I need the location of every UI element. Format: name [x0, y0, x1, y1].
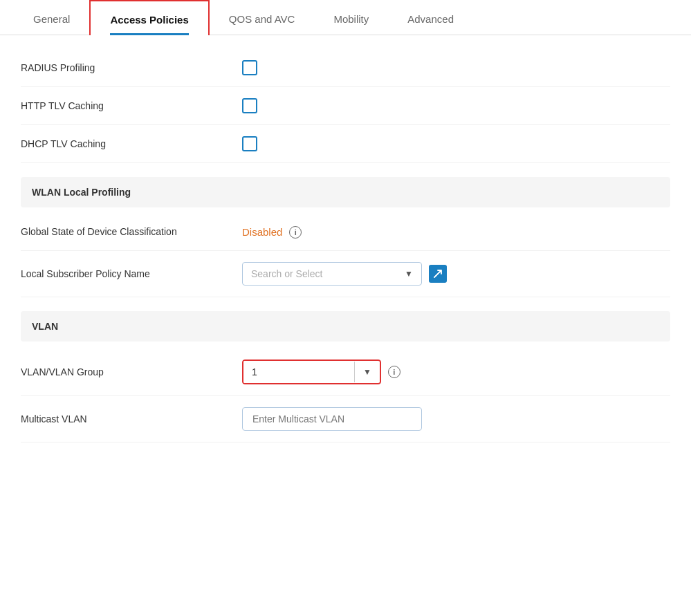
vlan-group-label: VLAN/VLAN Group — [21, 366, 242, 377]
radius-profiling-control — [242, 60, 670, 75]
local-subscriber-row: Local Subscriber Policy Name Search or S… — [21, 251, 670, 297]
tab-general[interactable]: General — [14, 1, 89, 35]
tab-mobility[interactable]: Mobility — [314, 1, 388, 35]
local-subscriber-label: Local Subscriber Policy Name — [21, 268, 242, 279]
multicast-vlan-label: Multicast VLAN — [21, 413, 242, 424]
tab-access-policies[interactable]: Access Policies — [89, 0, 209, 35]
http-tlv-caching-label: HTTP TLV Caching — [21, 100, 242, 111]
multicast-vlan-input[interactable] — [242, 407, 422, 431]
tab-qos-avc[interactable]: QOS and AVC — [210, 1, 315, 35]
vlan-group-dropdown-btn[interactable]: ▼ — [354, 362, 380, 382]
dhcp-tlv-caching-row: DHCP TLV Caching — [21, 125, 670, 163]
vlan-group-input[interactable] — [243, 361, 354, 383]
dhcp-tlv-caching-checkbox[interactable] — [242, 136, 257, 151]
global-state-label: Global State of Device Classification — [21, 225, 242, 239]
radius-profiling-row: RADIUS Profiling — [21, 49, 670, 87]
vlan-group-info-icon[interactable]: i — [388, 366, 400, 378]
vlan-group-input-group: ▼ — [242, 360, 381, 384]
multicast-vlan-row: Multicast VLAN — [21, 396, 670, 442]
dhcp-tlv-caching-control — [242, 136, 670, 151]
vlan-group-input-wrapper: ▼ — [242, 360, 381, 384]
http-tlv-caching-checkbox[interactable] — [242, 98, 257, 113]
local-subscriber-placeholder: Search or Select — [251, 268, 323, 279]
multicast-vlan-control — [242, 407, 670, 431]
global-state-row: Global State of Device Classification Di… — [21, 214, 670, 251]
tab-advanced[interactable]: Advanced — [388, 1, 473, 35]
vlan-section-header: VLAN — [21, 311, 670, 342]
wlan-local-profiling-header: WLAN Local Profiling — [21, 177, 670, 207]
global-state-control: Disabled i — [242, 226, 670, 239]
radius-profiling-checkbox[interactable] — [242, 60, 257, 75]
local-subscriber-dropdown[interactable]: Search or Select ▼ — [242, 262, 422, 286]
http-tlv-caching-control — [242, 98, 670, 113]
local-subscriber-external-link-icon[interactable] — [429, 265, 447, 283]
local-subscriber-control: Search or Select ▼ — [242, 262, 670, 286]
local-subscriber-arrow-icon: ▼ — [405, 269, 413, 279]
vlan-group-row: VLAN/VLAN Group ▼ i — [21, 348, 670, 396]
vlan-group-control: ▼ i — [242, 360, 670, 384]
content-area: RADIUS Profiling HTTP TLV Caching DHCP T… — [0, 35, 691, 456]
global-state-value: Disabled — [242, 226, 282, 238]
tab-bar: General Access Policies QOS and AVC Mobi… — [0, 0, 691, 35]
dhcp-tlv-caching-label: DHCP TLV Caching — [21, 138, 242, 149]
radius-profiling-label: RADIUS Profiling — [21, 62, 242, 73]
global-state-info-icon[interactable]: i — [289, 226, 302, 239]
http-tlv-caching-row: HTTP TLV Caching — [21, 87, 670, 125]
